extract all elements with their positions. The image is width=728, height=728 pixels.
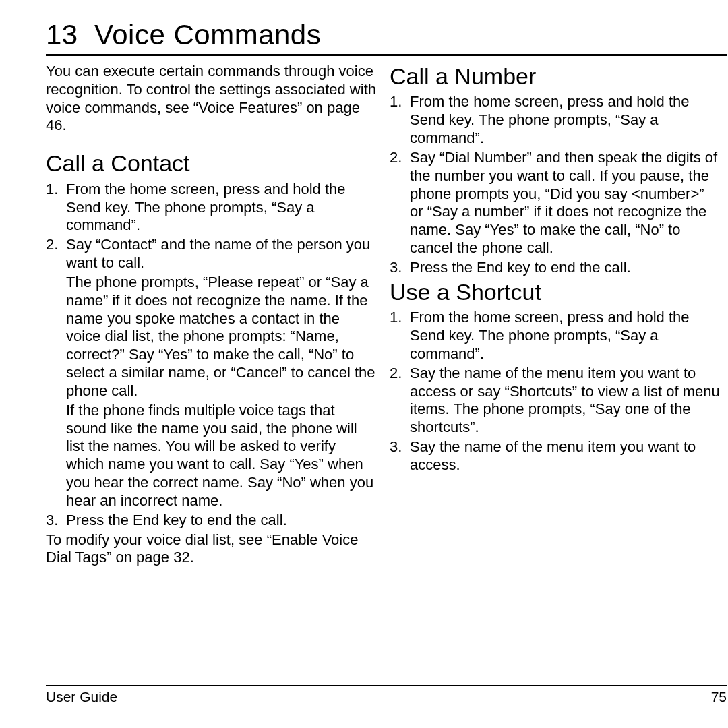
step-subparagraph: If the phone finds multiple voice tags t…: [66, 402, 377, 510]
page-footer: User Guide 75: [0, 685, 728, 705]
list-item: From the home screen, press and hold the…: [390, 93, 721, 147]
chapter-name: Voice Commands: [94, 19, 321, 51]
steps-call-a-number: From the home screen, press and hold the…: [390, 93, 721, 276]
footer-left: User Guide: [46, 689, 117, 705]
heading-call-a-contact: Call a Contact: [46, 150, 377, 177]
list-item: Press the End key to end the call.: [390, 259, 721, 277]
list-item: Say the name of the menu item you want t…: [390, 365, 721, 437]
footer-page-number: 75: [711, 689, 727, 705]
step-subparagraph: The phone prompts, “Please repeat” or “S…: [66, 274, 377, 400]
footer-rule: [46, 685, 727, 686]
list-item: Say “Dial Number” and then speak the dig…: [390, 149, 721, 257]
list-item: From the home screen, press and hold the…: [46, 181, 377, 235]
list-item: Say the name of the menu item you want t…: [390, 438, 721, 475]
list-item: From the home screen, press and hold the…: [390, 309, 721, 363]
heading-use-a-shortcut: Use a Shortcut: [390, 278, 721, 306]
step-text: Say “Contact” and the name of the person…: [66, 236, 370, 271]
right-column: Call a Number From the home screen, pres…: [390, 63, 721, 567]
steps-use-a-shortcut: From the home screen, press and hold the…: [390, 309, 721, 474]
steps-call-a-contact: From the home screen, press and hold the…: [46, 181, 377, 530]
list-item: Press the End key to end the call.: [46, 512, 377, 530]
title-rule: [46, 54, 727, 56]
chapter-number: 13: [46, 19, 78, 51]
after-list-paragraph: To modify your voice dial list, see “Ena…: [46, 531, 377, 568]
intro-paragraph: You can execute certain commands through…: [46, 63, 377, 135]
heading-call-a-number: Call a Number: [390, 63, 721, 90]
left-column: You can execute certain commands through…: [46, 63, 377, 567]
content-columns: You can execute certain commands through…: [46, 63, 728, 567]
chapter-title: 13 Voice Commands: [46, 19, 728, 51]
list-item: Say “Contact” and the name of the person…: [46, 236, 377, 510]
